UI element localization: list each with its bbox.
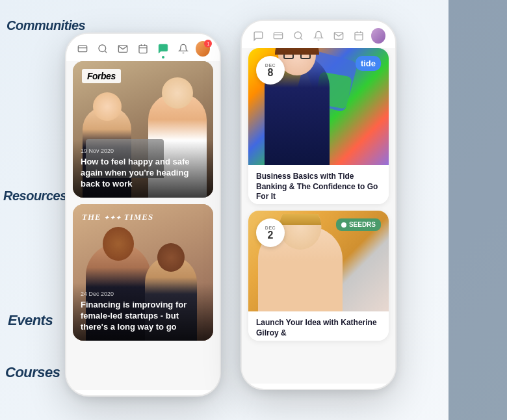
forbes-article-card[interactable]: Forbes 19 Nov 2020 How to feel happy and…: [73, 61, 213, 198]
times-card-overlay: 24 Dec 2020 Financing is improving for f…: [73, 283, 213, 341]
tide-event-image: DEC 8 tide: [248, 48, 389, 165]
sidebar-label-events[interactable]: Events: [8, 312, 53, 329]
forbes-card-overlay: 19 Nov 2020 How to feel happy and safe a…: [73, 140, 213, 198]
right-panel: [448, 0, 507, 420]
forbes-title: How to feel happy and safe again when yo…: [81, 157, 205, 190]
app-scene: Communities Resources Events Courses: [0, 0, 507, 420]
messages-icon[interactable]: [116, 42, 130, 56]
times-date: 24 Dec 2020: [81, 291, 205, 297]
tide-event-card[interactable]: DEC 8 tide Business Basics with Tide Ban…: [248, 48, 389, 204]
calendar-icon[interactable]: [136, 42, 150, 56]
phones-container: 1 Forbes: [65, 20, 396, 397]
times-title: Financing is improving for female-led st…: [81, 300, 205, 333]
phone-right-content: DEC 8 tide Business Basics with Tide Ban…: [242, 48, 395, 384]
tide-event-title: Business Basics with Tide Banking & The …: [256, 172, 381, 202]
seedrs-event-image: DEC 2 SEEDRS: [248, 211, 389, 311]
search-icon-right[interactable]: [291, 29, 306, 43]
phone-left-content: Forbes 19 Nov 2020 How to feel happy and…: [66, 61, 220, 390]
tide-logo: tide: [356, 56, 381, 71]
tide-date-badge: DEC 8: [256, 56, 285, 85]
svg-line-11: [300, 38, 302, 40]
phone-right: DEC 8 tide Business Basics with Tide Ban…: [240, 20, 396, 390]
phone-right-navbar: [242, 21, 395, 48]
avatar-right[interactable]: [371, 29, 385, 43]
svg-rect-0: [79, 46, 87, 51]
svg-rect-4: [139, 46, 147, 53]
search-icon[interactable]: [96, 42, 110, 56]
phone-left-navbar: 1: [66, 34, 220, 61]
cards-icon[interactable]: [75, 42, 90, 56]
chat-icon[interactable]: [156, 42, 170, 56]
seedrs-date-day: 2: [268, 230, 274, 241]
seedrs-event-info: Launch Your Idea with Katherine Gilroy &: [248, 311, 389, 341]
seedrs-event-card[interactable]: DEC 2 SEEDRS Launch Your Idea with Kathe…: [248, 211, 389, 341]
svg-rect-8: [274, 33, 283, 38]
seedrs-event-title: Launch Your Idea with Katherine Gilroy &: [256, 318, 381, 338]
sidebar-label-courses[interactable]: Courses: [5, 364, 60, 381]
svg-point-2: [99, 45, 106, 52]
messages-icon-right[interactable]: [332, 29, 346, 43]
times-article-card[interactable]: THE ✦✦✦ TIMES 24 Dec 2020 Financing is i…: [73, 204, 213, 341]
calendar-icon-right[interactable]: [352, 29, 366, 43]
svg-point-10: [294, 32, 302, 39]
avatar-left[interactable]: 1: [196, 42, 210, 56]
notifications-icon-right[interactable]: [311, 29, 326, 43]
svg-rect-12: [355, 33, 363, 40]
tide-event-info: Business Basics with Tide Banking & The …: [248, 165, 389, 204]
seedrs-date-badge: DEC 2: [256, 218, 285, 247]
notifications-icon[interactable]: [176, 42, 190, 56]
times-logo: THE ✦✦✦ TIMES: [82, 212, 153, 222]
forbes-logo: Forbes: [82, 69, 121, 83]
forbes-date: 19 Nov 2020: [81, 148, 205, 154]
cards-icon-right[interactable]: [271, 29, 285, 43]
sidebar-label-resources[interactable]: Resources: [3, 189, 67, 203]
svg-line-3: [105, 51, 107, 53]
notification-badge: 1: [204, 40, 212, 47]
seedrs-brand-text: SEEDRS: [349, 221, 376, 228]
tide-date-day: 8: [268, 68, 274, 78]
chat-icon-right[interactable]: [251, 29, 265, 43]
phone-left: 1 Forbes: [65, 33, 221, 397]
seedrs-logo: SEEDRS: [336, 218, 381, 231]
